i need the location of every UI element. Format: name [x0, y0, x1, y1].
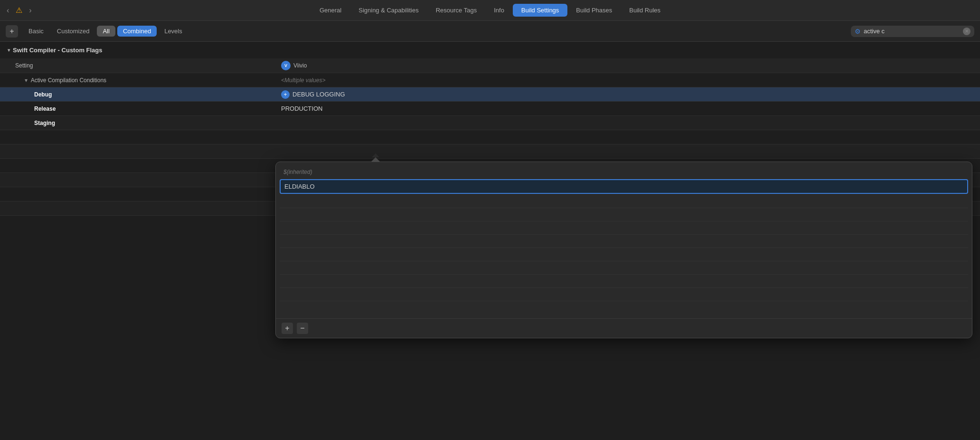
- editor-empty-row-4: [280, 235, 968, 248]
- popup-add-button[interactable]: +: [282, 323, 293, 334]
- tab-resource-tags[interactable]: Resource Tags: [427, 4, 485, 17]
- search-clear-button[interactable]: ✕: [963, 28, 971, 35]
- editor-empty-area: [280, 195, 968, 315]
- table-row: ▾ Active Compilation Conditions <Multipl…: [0, 73, 980, 87]
- tab-build-phases[interactable]: Build Phases: [567, 4, 621, 17]
- popup-footer: + −: [276, 318, 972, 338]
- viivio-badge: V: [281, 61, 291, 70]
- editor-empty-row-3: [280, 221, 968, 235]
- debug-value-text: DEBUG LOGGING: [292, 91, 345, 98]
- popup-editor: $(inherited) + −: [275, 162, 972, 338]
- editor-empty-row-5: [280, 248, 968, 261]
- inherited-label: $(inherited): [280, 166, 968, 178]
- table-row-empty-1: [0, 130, 980, 144]
- table-row-staging[interactable]: Staging: [0, 116, 980, 130]
- row-staging-name: Staging: [0, 117, 275, 129]
- table-row-release[interactable]: Release PRODUCTION: [0, 102, 980, 116]
- table-header-row: Setting V Viivio: [0, 58, 980, 73]
- main-content: ▾ Swift Compiler - Custom Flags Setting …: [0, 42, 980, 440]
- col-header-name: Setting: [0, 60, 275, 71]
- section-title: Swift Compiler - Custom Flags: [13, 47, 103, 54]
- row-debug-name: Debug: [0, 89, 275, 100]
- section-chevron[interactable]: ▾: [8, 48, 10, 53]
- tab-build-rules[interactable]: Build Rules: [621, 4, 669, 17]
- search-icon: ⚙: [855, 28, 861, 35]
- row-active-compilation-value[interactable]: <Multiple values>: [275, 75, 980, 86]
- popup-pointer-inner: [372, 153, 379, 157]
- table-row-empty-2: [0, 144, 980, 159]
- top-navigation: ‹ ⚠ › General Signing & Capabilities Res…: [0, 0, 980, 21]
- tab-general[interactable]: General: [311, 4, 350, 17]
- table-row-debug[interactable]: Debug + DEBUG LOGGING: [0, 87, 980, 102]
- forward-arrow[interactable]: ›: [27, 5, 33, 16]
- popup-editor-inner: $(inherited): [276, 162, 972, 318]
- editor-empty-row-6: [280, 261, 968, 275]
- warning-icon: ⚠: [14, 5, 24, 16]
- editor-empty-row-9: [280, 301, 968, 315]
- col-header-value: V Viivio: [275, 58, 980, 73]
- tab-info[interactable]: Info: [485, 4, 513, 17]
- editor-input[interactable]: [284, 183, 963, 190]
- add-setting-button[interactable]: +: [6, 25, 18, 38]
- release-value-text: PRODUCTION: [281, 105, 322, 112]
- nav-arrows: ‹ ⚠ ›: [5, 5, 34, 16]
- filter-customized[interactable]: Customized: [51, 26, 95, 37]
- row-active-compilation-name: ▾ Active Compilation Conditions: [0, 75, 275, 86]
- nav-tab-list: General Signing & Capabilities Resource …: [311, 4, 669, 17]
- popup-pointer: [371, 157, 380, 162]
- filter-basic[interactable]: Basic: [23, 26, 49, 37]
- search-box: ⚙ ✕: [851, 26, 974, 37]
- editor-input-row[interactable]: [280, 179, 968, 194]
- editor-empty-row-8: [280, 288, 968, 301]
- row-staging-value: [275, 121, 980, 125]
- search-input[interactable]: [864, 28, 960, 35]
- editor-empty-row-7: [280, 275, 968, 288]
- back-arrow[interactable]: ‹: [5, 5, 11, 16]
- popup-remove-button[interactable]: −: [297, 323, 308, 334]
- debug-plus-icon[interactable]: +: [281, 90, 290, 99]
- filter-all[interactable]: All: [97, 26, 115, 37]
- tab-signing[interactable]: Signing & Capabilities: [350, 4, 427, 17]
- row-release-name: Release: [0, 103, 275, 115]
- section-header: ▾ Swift Compiler - Custom Flags: [0, 42, 980, 58]
- editor-empty-row-1: [280, 195, 968, 208]
- row-debug-value: + DEBUG LOGGING: [275, 88, 980, 101]
- editor-empty-row-2: [280, 208, 968, 221]
- viivio-label: Viivio: [293, 62, 307, 69]
- filter-combined[interactable]: Combined: [117, 26, 157, 37]
- filter-levels[interactable]: Levels: [159, 26, 188, 37]
- settings-toolbar: + Basic Customized All Combined Levels ⚙…: [0, 21, 980, 42]
- tab-build-settings[interactable]: Build Settings: [513, 4, 568, 17]
- row-release-value: PRODUCTION: [275, 103, 980, 115]
